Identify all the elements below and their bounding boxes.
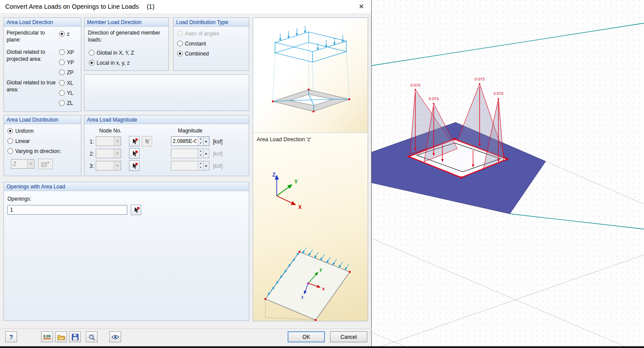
help-button[interactable]: ? xyxy=(5,331,17,342)
find-button[interactable] xyxy=(86,331,97,342)
spin-down-icon: ▼ xyxy=(198,166,203,170)
radio-global-xyz[interactable]: Global in X, Y, Z xyxy=(89,49,134,56)
radio-constant[interactable]: Constant xyxy=(177,40,206,47)
load-value-label: 0.073 xyxy=(494,91,504,96)
spin-up-icon[interactable]: ▲ xyxy=(198,137,203,141)
chevron-down-icon: ▾ xyxy=(114,149,121,158)
save-button[interactable] xyxy=(69,331,81,342)
chevron-down-icon: ▾ xyxy=(27,160,34,168)
magnitude-input-1[interactable]: ▲▼ ▸ xyxy=(171,136,209,146)
slab-with-opening xyxy=(272,89,350,112)
radio-z[interactable]: z xyxy=(59,31,70,37)
radio-linear-label: Linear xyxy=(15,138,30,144)
open-button[interactable] xyxy=(55,331,67,342)
y-axis-label: Y xyxy=(294,179,298,185)
node-pick-button-2[interactable] xyxy=(129,148,139,159)
radio-xp[interactable]: XP xyxy=(59,49,74,56)
row-index-3: 3: xyxy=(90,163,94,170)
radio-linear-circle xyxy=(7,138,13,144)
group-area-load-magnitude-title: Area Load Magnitude xyxy=(84,115,249,124)
cancel-button[interactable]: Cancel xyxy=(330,331,367,342)
chevron-down-icon: ▾ xyxy=(114,137,121,146)
openings-pick-button[interactable] xyxy=(131,205,141,215)
radio-zl-circle xyxy=(59,100,65,106)
radio-yl-circle xyxy=(59,90,65,96)
group-openings: Openings with Area Load Openings: xyxy=(3,182,249,321)
magnitude-value-1[interactable] xyxy=(171,137,198,146)
dialog-title: Convert Area Loads on Openings to Line L… xyxy=(5,3,154,10)
radio-axes-of-angles-circle xyxy=(177,31,183,36)
radio-uniform-label: Uniform xyxy=(15,128,34,134)
radio-combined[interactable]: Combined xyxy=(177,50,209,57)
radio-xp-label: XP xyxy=(67,49,74,56)
footer-separator xyxy=(0,329,372,330)
magnitude-detail-1[interactable]: ▸ xyxy=(203,137,209,146)
group-area-load-magnitude: Area Load Magnitude Node No. Magnitude 1… xyxy=(84,115,249,176)
load-box-wireframe xyxy=(275,32,346,62)
floppy-disk-icon xyxy=(72,334,79,341)
unit-label-2: [ksf] xyxy=(213,150,223,157)
x-axis-arrow xyxy=(277,196,295,205)
radio-uniform[interactable]: Uniform xyxy=(7,128,34,134)
view-button[interactable] xyxy=(109,331,121,342)
radio-zl[interactable]: ZL xyxy=(59,100,73,106)
radio-zp[interactable]: ZP xyxy=(59,69,73,76)
radio-yp-label: YP xyxy=(67,59,74,66)
node-select-3-value xyxy=(96,161,114,170)
radio-xl[interactable]: XL xyxy=(59,80,73,86)
units-button[interactable]: 0.00 xyxy=(41,331,53,342)
node-multipick-button-1 xyxy=(142,136,152,146)
radio-z-label: z xyxy=(67,31,70,37)
select-multiple-icon xyxy=(144,138,150,145)
radio-xl-label: XL xyxy=(67,80,73,86)
chevron-down-icon: ▾ xyxy=(114,161,121,170)
magnitude-detail-2: ▸ xyxy=(203,149,209,158)
radio-yp[interactable]: YP xyxy=(59,59,74,66)
inclined-slab xyxy=(265,252,350,320)
direction-section: Area Load Direction 'z' Z Y X xyxy=(253,132,368,321)
node-select-1-value xyxy=(96,137,114,146)
openings-input[interactable] xyxy=(7,205,127,215)
group-load-distribution-type: Load Distribution Type Axes of angles Co… xyxy=(173,17,249,71)
radio-local-xyz[interactable]: Local in x, y, z xyxy=(89,59,129,66)
radio-axes-of-angles: Axes of angles xyxy=(177,30,219,37)
select-opening-icon xyxy=(133,207,139,213)
close-button[interactable]: ✕ xyxy=(352,0,371,13)
radio-zp-circle xyxy=(59,70,65,75)
node-pick-button-3[interactable] xyxy=(129,160,139,171)
magnitude-input-2: ▲▼ ▸ xyxy=(171,149,209,158)
radio-constant-circle xyxy=(177,41,183,46)
y-axis-arrow xyxy=(277,185,292,196)
window-bottom-edge xyxy=(0,346,644,348)
radio-linear[interactable]: Linear xyxy=(7,138,30,144)
convert-area-loads-dialog: Convert Area Loads on Openings to Line L… xyxy=(0,0,372,348)
radio-combined-circle xyxy=(177,51,183,56)
node-pick-button-1[interactable] xyxy=(129,136,139,146)
eye-icon xyxy=(111,334,119,340)
magnifier-icon xyxy=(88,334,95,341)
magnitude-value-3 xyxy=(171,161,198,170)
group-member-load-direction: Member Load Direction Direction of gener… xyxy=(84,17,169,71)
y-local-label: y xyxy=(320,267,322,272)
node-column-header: Node No. xyxy=(99,127,122,134)
radio-varying[interactable]: Varying in direction: xyxy=(7,148,61,154)
radio-local-xyz-label: Local in x, y, z xyxy=(97,60,129,66)
varying-direction-value: Z xyxy=(11,160,27,168)
folder-open-icon xyxy=(57,334,65,340)
openings-label: Openings: xyxy=(7,195,31,202)
node-select-1: ▾ xyxy=(96,136,121,146)
radio-uniform-circle xyxy=(7,128,13,134)
dialog-title-text: Convert Area Loads on Openings to Line L… xyxy=(5,3,139,10)
spin-up-icon: ▲ xyxy=(198,161,203,166)
group-load-distribution-type-title: Load Distribution Type xyxy=(174,18,249,27)
z-axis-label: Z xyxy=(272,172,275,178)
group-openings-title: Openings with Area Load xyxy=(4,182,249,191)
magnitude-spinner-1[interactable]: ▲▼ xyxy=(198,137,203,146)
select-node-icon xyxy=(131,138,138,145)
radio-yl[interactable]: YL xyxy=(59,90,73,96)
ok-button[interactable]: OK xyxy=(288,331,325,342)
sketch-line-loads-on-opening: y x z xyxy=(256,234,364,322)
load-conversion-sketch xyxy=(253,18,368,132)
spin-down-icon[interactable]: ▼ xyxy=(198,141,203,146)
viewport-3d[interactable]: 0.073 0.073 0.073 0.073 xyxy=(372,0,644,348)
